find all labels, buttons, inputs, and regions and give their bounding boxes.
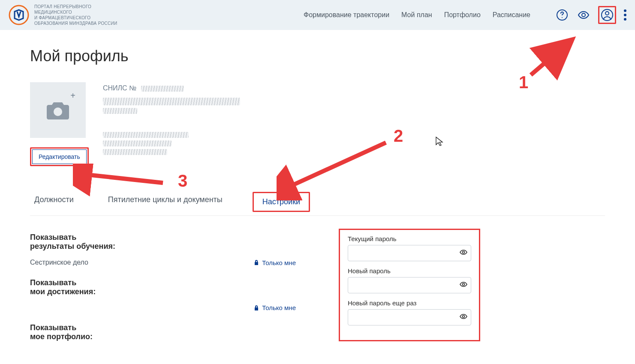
nav-plan[interactable]: Мой план	[401, 11, 432, 19]
toggle-visibility-icon[interactable]	[459, 312, 468, 322]
visibility-icon[interactable]	[577, 8, 590, 22]
profile-summary: + Редактировать СНИЛС №	[30, 82, 605, 166]
profile-icon-highlight	[598, 6, 616, 24]
achievements-row: Только мне	[30, 304, 296, 311]
redacted-name-line	[103, 98, 240, 105]
new-password-group: Новый пароль	[348, 267, 471, 293]
settings-left: Показывать результаты обучения: Сестринс…	[30, 229, 296, 341]
logo-icon	[9, 5, 29, 25]
page-body: Мой профиль + Редактировать СНИЛС №	[0, 30, 635, 358]
tab-settings-highlight: Настройки	[253, 192, 310, 212]
logo-text: ПОРТАЛ НЕПРЕРЫВНОГО МЕДИЦИНСКОГО И ФАРМА…	[34, 4, 117, 26]
current-password-label: Текущий пароль	[348, 235, 471, 242]
edit-button[interactable]: Редактировать	[32, 149, 87, 164]
show-achievements-label: Показывать мои достижения:	[30, 278, 296, 296]
svg-point-8	[463, 283, 465, 286]
svg-point-9	[463, 316, 465, 318]
repeat-password-label: Новый пароль еще раз	[348, 299, 471, 307]
current-password-group: Текущий пароль	[348, 235, 471, 261]
redacted-line	[103, 149, 167, 155]
more-icon[interactable]	[624, 9, 626, 21]
tab-positions[interactable]: Должности	[30, 192, 78, 212]
edit-button-highlight: Редактировать	[30, 147, 89, 166]
profile-info: СНИЛС №	[103, 82, 605, 166]
profile-icon[interactable]	[600, 8, 614, 22]
privacy-toggle-results[interactable]: Только мне	[253, 259, 296, 266]
snils-label: СНИЛС №	[103, 83, 605, 94]
profile-tabs: Должности Пятилетние циклы и документы Н…	[30, 192, 605, 216]
redacted-line	[103, 140, 172, 146]
svg-point-3	[582, 13, 585, 17]
svg-point-7	[463, 251, 465, 254]
toggle-visibility-icon[interactable]	[459, 280, 468, 290]
page-title: Мой профиль	[30, 47, 605, 65]
svg-point-2	[562, 17, 563, 18]
nav-trajectory[interactable]: Формирование траектории	[304, 11, 389, 19]
plus-icon: +	[70, 91, 75, 101]
svg-point-5	[605, 12, 609, 15]
redacted-line	[103, 132, 189, 138]
new-password-label: Новый пароль	[348, 267, 471, 274]
settings-area: Показывать результаты обучения: Сестринс…	[30, 229, 605, 341]
tab-settings[interactable]: Настройки	[255, 194, 308, 210]
specialty: Сестринское дело	[30, 259, 88, 266]
privacy-toggle-achievements[interactable]: Только мне	[253, 304, 296, 311]
lock-icon	[253, 260, 259, 266]
annotation-number-3: 3	[178, 171, 187, 191]
svg-line-12	[84, 174, 163, 183]
svg-point-6	[54, 107, 62, 116]
avatar-placeholder[interactable]: +	[30, 82, 86, 138]
repeat-password-input[interactable]	[348, 309, 471, 325]
results-row: Сестринское дело Только мне	[30, 259, 296, 266]
show-portfolio-label: Показывать мое портфолио:	[30, 323, 296, 341]
avatar-column: + Редактировать	[30, 82, 90, 166]
lock-icon	[253, 305, 259, 311]
nav-portfolio[interactable]: Портфолио	[444, 11, 481, 19]
repeat-password-group: Новый пароль еще раз	[348, 299, 471, 325]
toggle-visibility-icon[interactable]	[459, 248, 468, 258]
logo-block[interactable]: ПОРТАЛ НЕПРЕРЫВНОГО МЕДИЦИНСКОГО И ФАРМА…	[9, 4, 117, 26]
tab-cycles[interactable]: Пятилетние циклы и документы	[104, 192, 227, 212]
current-password-input[interactable]	[348, 245, 471, 261]
app-header: ПОРТАЛ НЕПРЕРЫВНОГО МЕДИЦИНСКОГО И ФАРМА…	[0, 0, 635, 30]
main-nav: Формирование траектории Мой план Портфол…	[304, 6, 626, 24]
new-password-input[interactable]	[348, 277, 471, 293]
snils-value-redacted	[141, 86, 184, 92]
nav-schedule[interactable]: Расписание	[493, 11, 530, 19]
help-icon[interactable]	[555, 8, 569, 22]
show-results-label: Показывать результаты обучения:	[30, 233, 296, 251]
nav-icons	[555, 6, 626, 24]
camera-icon	[45, 100, 71, 120]
redacted-line	[103, 108, 137, 114]
password-panel-highlight: Текущий пароль Новый пароль	[339, 229, 480, 341]
